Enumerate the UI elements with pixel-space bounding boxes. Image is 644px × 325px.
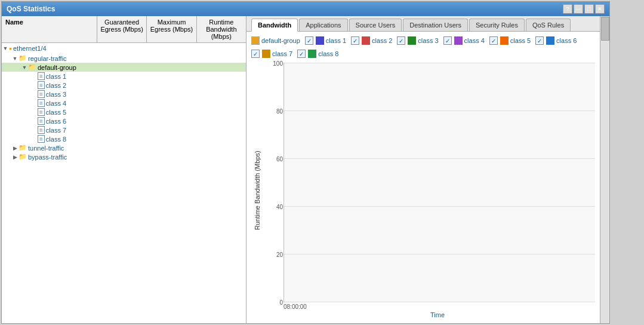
legend-checkbox-class7[interactable]: ✓ [251, 50, 260, 58]
legend-item-class5[interactable]: ✓ class 5 [489, 36, 531, 45]
legend-color-class1 [316, 36, 324, 45]
tree-item-ethernet1_4[interactable]: ▼▪ethernet1/4 [2, 43, 246, 54]
tree-label: tunnel-traffic [28, 145, 64, 152]
y-tick-label-40: 40 [276, 204, 283, 210]
y-grid-line-80: 80 [284, 111, 595, 111]
folder-icon: 📁 [19, 144, 27, 152]
legend-label-class2: class 2 [372, 37, 392, 44]
tree-label: regular-traffic [28, 55, 67, 62]
legend-checkbox-class2[interactable]: ✓ [351, 36, 359, 45]
window-title: QoS Statistics [7, 5, 55, 13]
tree-label: class 8 [46, 136, 66, 143]
chart-area: default-group ✓ class 1 ✓ class 2 ✓ clas… [246, 32, 600, 323]
tree-item-class6[interactable]: ≡class 6 [2, 116, 246, 125]
tree-item-bypass_traffic[interactable]: ▶📁bypass-traffic [2, 152, 246, 161]
expand-icon: ▶ [11, 154, 19, 160]
legend-checkbox-class4[interactable]: ✓ [443, 36, 452, 45]
legend-checkbox-class3[interactable]: ✓ [397, 36, 405, 45]
title-bar: QoS Statistics ? — □ ✕ [2, 2, 609, 16]
x-start-label: 08:00:00 [284, 302, 595, 310]
legend-label-class7: class 7 [272, 50, 292, 57]
folder-icon: ▪ [9, 44, 12, 53]
y-grid-line-40: 40 [284, 206, 595, 207]
item-icon: ≡ [38, 72, 45, 80]
tree-area: ▼▪ethernet1/4▼📁regular-traffic▼📁default-… [2, 43, 246, 323]
item-icon: ≡ [38, 135, 45, 143]
help-button[interactable]: ? [563, 4, 572, 14]
legend-item-default_group[interactable]: default-group [251, 36, 300, 45]
tab-source_users[interactable]: Source Users [349, 19, 402, 31]
legend-item-class3[interactable]: ✓ class 3 [397, 36, 438, 45]
tree-label: bypass-traffic [28, 154, 67, 161]
main-window: QoS Statistics ? — □ ✕ Name Guaranteed E… [1, 1, 610, 324]
legend-color-class2 [362, 36, 370, 45]
legend-color-class4 [454, 36, 463, 45]
scrollbar-thumb[interactable] [601, 17, 609, 41]
y-axis-label: Runtime Bandwidth (Mbps) [251, 63, 263, 318]
tab-security_rules[interactable]: Security Rules [469, 19, 525, 31]
tree-label: ethernet1/4 [13, 45, 47, 52]
legend-item-class1[interactable]: ✓ class 1 [305, 36, 346, 45]
item-icon: ≡ [38, 117, 45, 125]
legend-item-class2[interactable]: ✓ class 2 [351, 36, 392, 45]
tree-label: class 2 [46, 82, 66, 89]
tab-destination_users[interactable]: Destination Users [403, 19, 468, 31]
legend-checkbox-class1[interactable]: ✓ [305, 36, 313, 45]
legend-item-class8[interactable]: ✓ class 8 [297, 50, 338, 58]
tree-item-tunnel_traffic[interactable]: ▶📁tunnel-traffic [2, 143, 246, 152]
legend-item-class6[interactable]: ✓ class 6 [535, 36, 577, 45]
tab-bandwidth[interactable]: Bandwidth [251, 19, 298, 32]
legend-checkbox-class8[interactable]: ✓ [297, 50, 306, 58]
x-axis-label: Time [280, 311, 595, 318]
tree-item-class3[interactable]: ≡class 3 [2, 90, 246, 99]
minimize-button[interactable]: — [574, 4, 583, 14]
y-grid-line-100: 100 [284, 63, 595, 63]
tree-label: class 1 [46, 73, 66, 80]
tree-item-regular_traffic[interactable]: ▼📁regular-traffic [2, 54, 246, 63]
tree-item-class7[interactable]: ≡class 7 [2, 125, 246, 134]
folder-icon: 📁 [28, 63, 36, 71]
tab-applications[interactable]: Applications [299, 19, 347, 31]
legend-checkbox-class5[interactable]: ✓ [489, 36, 498, 45]
tab-qos_rules[interactable]: QoS Rules [526, 19, 571, 31]
tree-label: class 4 [46, 100, 66, 107]
main-content: Name Guaranteed Egress (Mbps) Maximum Eg… [2, 16, 609, 323]
folder-icon: 📁 [19, 54, 27, 62]
legend: default-group ✓ class 1 ✓ class 2 ✓ clas… [251, 36, 595, 58]
chart-plot: 020406080100 [284, 63, 595, 302]
expand-icon: ▼ [2, 45, 9, 51]
expand-icon: ▶ [11, 145, 19, 151]
col-runtime-header: Runtime Bandwidth (Mbps) [197, 16, 246, 42]
folder-icon: 📁 [19, 153, 27, 161]
tree-item-class1[interactable]: ≡class 1 [2, 72, 246, 81]
col-guaranteed-header: Guaranteed Egress (Mbps) [97, 16, 147, 42]
expand-icon: ▼ [11, 56, 19, 62]
legend-item-class4[interactable]: ✓ class 4 [443, 36, 485, 45]
maximize-button[interactable]: □ [584, 4, 594, 14]
legend-item-class7[interactable]: ✓ class 7 [251, 50, 292, 58]
legend-label-class3: class 3 [418, 37, 438, 44]
legend-color-class6 [546, 36, 554, 45]
tree-label: class 3 [46, 91, 66, 98]
y-grid-line-0: 0 [284, 302, 595, 302]
y-grid-line-20: 20 [284, 254, 595, 255]
legend-color-class7 [262, 50, 270, 58]
right-panel: BandwidthApplicationsSource UsersDestina… [246, 16, 600, 323]
chart-container: Runtime Bandwidth (Mbps) 020406080100 08… [251, 63, 595, 318]
item-icon: ≡ [38, 108, 45, 116]
legend-color-class8 [308, 50, 316, 58]
close-button[interactable]: ✕ [595, 4, 605, 14]
tree-label: class 6 [46, 118, 66, 125]
col-name-header: Name [2, 16, 97, 42]
tree-item-default_group[interactable]: ▼📁default-group [2, 63, 246, 72]
tree-item-class4[interactable]: ≡class 4 [2, 99, 246, 108]
tree-item-class5[interactable]: ≡class 5 [2, 108, 246, 116]
column-headers: Name Guaranteed Egress (Mbps) Maximum Eg… [2, 16, 246, 43]
item-icon: ≡ [38, 126, 45, 134]
scrollbar[interactable] [600, 16, 609, 323]
legend-checkbox-class6[interactable]: ✓ [535, 36, 544, 45]
tree-item-class2[interactable]: ≡class 2 [2, 81, 246, 90]
y-tick-label-20: 20 [276, 252, 283, 258]
tree-item-class8[interactable]: ≡class 8 [2, 134, 246, 143]
legend-label-class6: class 6 [556, 37, 577, 44]
